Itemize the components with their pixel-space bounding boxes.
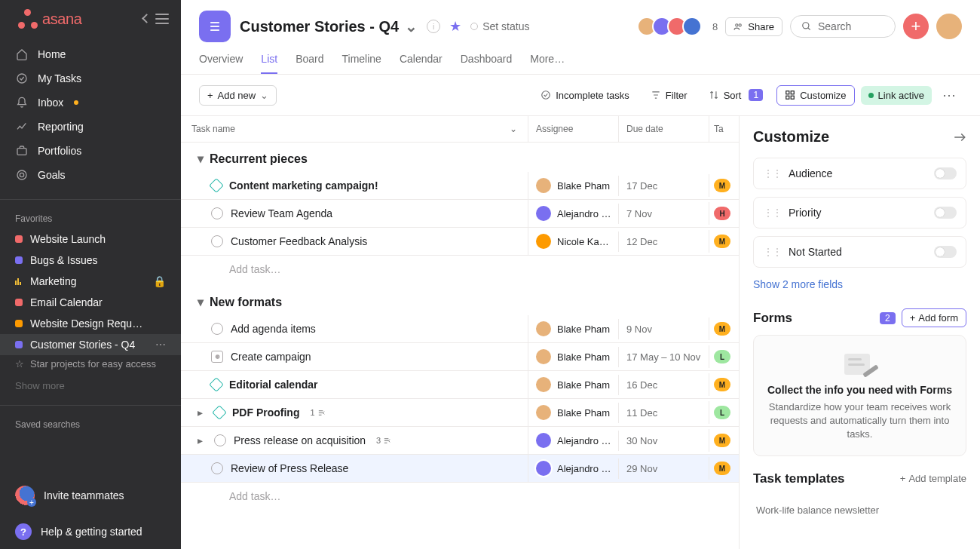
tag-cell[interactable]: M xyxy=(709,457,739,480)
custom-field-row[interactable]: ⋮⋮Not Started xyxy=(753,236,966,268)
favorite-item[interactable]: Marketing🔒 xyxy=(0,271,181,292)
assignee-cell[interactable]: Blake Pham xyxy=(528,315,618,342)
favorite-item[interactable]: Website Design Requ… xyxy=(0,313,181,334)
add-form-button[interactable]: +Add form xyxy=(902,308,966,327)
due-date-cell[interactable]: 17 May – 10 Nov xyxy=(618,347,709,367)
profile-avatar[interactable] xyxy=(936,14,962,39)
chevron-down-icon[interactable]: ▾ xyxy=(198,152,204,166)
sidebar-item-reporting[interactable]: Reporting xyxy=(0,115,181,139)
column-tag[interactable]: Ta xyxy=(709,116,739,142)
task-row[interactable]: Customer Feedback AnalysisNicole Kap…12 … xyxy=(181,228,739,256)
project-title[interactable]: Customer Stories - Q4 ⌄ xyxy=(240,17,418,35)
sidebar-item-inbox[interactable]: Inbox xyxy=(0,90,181,115)
assignee-cell[interactable]: Blake Pham xyxy=(528,399,618,426)
incomplete-filter[interactable]: Incomplete tasks xyxy=(533,86,637,105)
omnibutton[interactable]: + xyxy=(903,14,929,39)
column-due-date[interactable]: Due date xyxy=(618,116,709,142)
tab-overview[interactable]: Overview xyxy=(199,53,243,74)
sort-button[interactable]: Sort 1 xyxy=(701,85,771,105)
add-template-button[interactable]: +Add template xyxy=(900,473,966,484)
assignee-cell[interactable]: Alejandro L… xyxy=(528,455,618,482)
star-icon[interactable]: ★ xyxy=(449,18,461,35)
tag-cell[interactable]: M xyxy=(709,373,739,396)
field-toggle[interactable] xyxy=(934,246,957,258)
project-icon[interactable] xyxy=(199,11,231,42)
filter-button[interactable]: Filter xyxy=(643,86,695,105)
favorite-item[interactable]: Bugs & Issues xyxy=(0,250,181,271)
tab-calendar[interactable]: Calendar xyxy=(400,53,443,74)
task-row[interactable]: Editorial calendarBlake Pham16 DecM xyxy=(181,371,739,399)
tab-list[interactable]: List xyxy=(261,53,277,74)
tag-cell[interactable]: M xyxy=(709,230,739,253)
tag-cell[interactable]: L xyxy=(709,345,739,368)
milestone-icon[interactable] xyxy=(209,178,224,193)
customize-button[interactable]: Customize xyxy=(776,85,854,106)
show-more-link[interactable]: Show more xyxy=(0,377,181,400)
collapse-panel-icon[interactable] xyxy=(953,130,966,144)
sidebar-item-portfolios[interactable]: Portfolios xyxy=(0,139,181,163)
field-toggle[interactable] xyxy=(934,167,957,179)
tab-board[interactable]: Board xyxy=(296,53,323,74)
task-row[interactable]: Review of Press ReleaseAlejandro L…29 No… xyxy=(181,455,739,483)
assignee-cell[interactable]: Nicole Kap… xyxy=(528,228,618,255)
favorite-item[interactable]: Website Launch xyxy=(0,228,181,250)
task-row[interactable]: Add agenda itemsBlake Pham9 NovM xyxy=(181,315,739,343)
tab-dashboard[interactable]: Dashboard xyxy=(461,53,513,74)
due-date-cell[interactable]: 7 Nov xyxy=(618,204,709,224)
complete-toggle-icon[interactable] xyxy=(214,434,226,446)
sidebar-item-home[interactable]: Home xyxy=(0,42,181,66)
custom-field-row[interactable]: ⋮⋮Priority xyxy=(753,197,966,228)
milestone-icon[interactable] xyxy=(209,377,224,392)
link-active-badge[interactable]: Link active xyxy=(861,86,932,105)
assignee-cell[interactable]: Alejandro L… xyxy=(528,427,618,454)
add-task-input[interactable]: Add task… xyxy=(181,256,739,286)
due-date-cell[interactable]: 9 Nov xyxy=(618,319,709,339)
assignee-cell[interactable]: Blake Pham xyxy=(528,371,618,398)
collapse-sidebar-icon[interactable] xyxy=(148,14,169,24)
approval-icon[interactable]: ⚈ xyxy=(211,351,223,363)
member-avatars[interactable] xyxy=(637,17,702,36)
add-new-button[interactable]: + Add new ⌄ xyxy=(199,85,277,106)
assignee-cell[interactable]: Alejandro L… xyxy=(528,200,618,227)
show-more-fields[interactable]: Show 2 more fields xyxy=(753,278,843,290)
task-row[interactable]: ▸PDF Proofing1 Blake Pham11 DecL xyxy=(181,399,739,427)
complete-toggle-icon[interactable] xyxy=(211,462,223,474)
task-row[interactable]: ⚈Create campaignBlake Pham17 May – 10 No… xyxy=(181,343,739,371)
tab-more[interactable]: More… xyxy=(530,53,565,74)
task-row[interactable]: Content marketing campaign!Blake Pham17 … xyxy=(181,172,739,200)
chevron-down-icon[interactable]: ⌄ xyxy=(510,124,517,134)
favorite-item[interactable]: Email Calendar xyxy=(0,292,181,313)
help-link[interactable]: ? Help & getting started xyxy=(0,514,181,549)
drag-handle-icon[interactable]: ⋮⋮ xyxy=(763,246,781,258)
column-assignee[interactable]: Assignee xyxy=(528,116,618,142)
due-date-cell[interactable]: 29 Nov xyxy=(618,459,709,479)
custom-field-row[interactable]: ⋮⋮Audience xyxy=(753,158,966,189)
drag-handle-icon[interactable]: ⋮⋮ xyxy=(763,207,781,219)
section-header[interactable]: ▾New formats xyxy=(181,286,739,315)
add-task-input[interactable]: Add task… xyxy=(181,483,739,513)
complete-toggle-icon[interactable] xyxy=(211,323,223,335)
tag-cell[interactable]: M xyxy=(709,429,739,452)
task-row[interactable]: ▸Press release on acquisition3 Alejandro… xyxy=(181,427,739,455)
sidebar-item-mytasks[interactable]: My Tasks xyxy=(0,66,181,90)
due-date-cell[interactable]: 12 Dec xyxy=(618,232,709,252)
forms-empty-card[interactable]: Collect the info you need with Forms Sta… xyxy=(753,335,966,456)
search-input[interactable]: Search xyxy=(790,15,896,38)
expand-icon[interactable]: ▸ xyxy=(198,406,207,419)
tag-cell[interactable]: L xyxy=(709,401,739,424)
complete-toggle-icon[interactable] xyxy=(211,235,223,247)
logo[interactable]: asana xyxy=(18,9,82,29)
section-header[interactable]: ▾Recurrent pieces xyxy=(181,143,739,172)
assignee-cell[interactable]: Blake Pham xyxy=(528,172,618,199)
drag-handle-icon[interactable]: ⋮⋮ xyxy=(763,167,781,179)
tab-timeline[interactable]: Timeline xyxy=(342,53,381,74)
assignee-cell[interactable]: Blake Pham xyxy=(528,343,618,370)
tag-cell[interactable]: H xyxy=(709,202,739,225)
more-icon[interactable]: ⋯ xyxy=(155,339,166,351)
complete-toggle-icon[interactable] xyxy=(211,207,223,219)
milestone-icon[interactable] xyxy=(212,405,227,420)
template-row[interactable]: Work-life balance newsletter xyxy=(753,494,966,516)
set-status[interactable]: Set status xyxy=(470,20,529,32)
chevron-down-icon[interactable]: ▾ xyxy=(198,295,204,309)
due-date-cell[interactable]: 16 Dec xyxy=(618,375,709,395)
